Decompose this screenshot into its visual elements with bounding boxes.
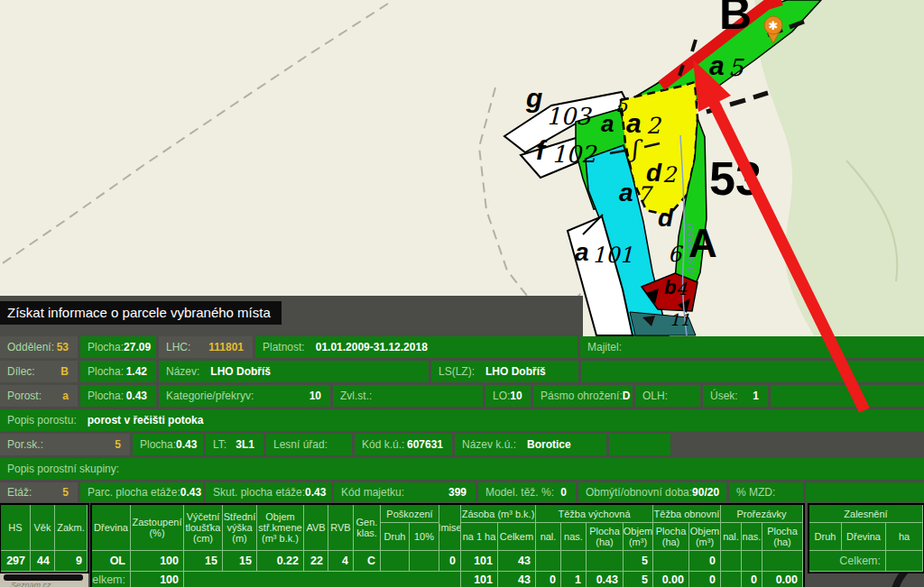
table-cell: OL	[92, 551, 131, 572]
table-cell: 0	[689, 572, 721, 587]
table-cell: 0	[439, 551, 461, 572]
table-cell: 44	[31, 551, 55, 572]
table-cell: 43	[498, 572, 536, 587]
field-popis-ps: Popis porostní skupiny:	[0, 458, 924, 480]
map-label-b4-num: 4	[676, 280, 687, 298]
table-cell: 5	[624, 551, 653, 572]
tooltip: Získat informace o parcele vybraného mís…	[0, 301, 282, 325]
col-header-to-plocha: Plocha(ha)	[653, 523, 689, 551]
col-header-z-ha: ha	[886, 523, 923, 551]
col-header-z-druh: Druh	[809, 523, 842, 551]
map-label-g: g	[526, 85, 542, 112]
map-label-a2-letter: a	[626, 110, 642, 137]
table-cell	[886, 551, 923, 572]
col-header-10pct: 10%	[410, 523, 439, 551]
cadastral-line	[0, 4, 388, 265]
app-window: Drhovský p. ✱ B 53 A g 103 f 1	[0, 0, 924, 587]
table-cell	[587, 551, 624, 572]
table-cell: 297	[1, 551, 31, 572]
table-cell	[653, 551, 689, 572]
col-header-drevina: Dřevina	[92, 505, 131, 551]
col-header-gen-klas: Gen.klas.	[354, 505, 381, 551]
background-page-text: Seznam.cz	[11, 581, 51, 587]
table-cell: 5	[624, 572, 653, 587]
field-parc-plocha: Parc. plocha etáže:0.43	[80, 482, 203, 502]
field-plocha-porsk: Plocha:0.43	[133, 434, 203, 455]
col-header-druh: Druh	[381, 523, 410, 551]
table-cell: 0.22	[257, 551, 304, 572]
col-header-zastoupeni: Zastoupení(%)	[131, 505, 184, 551]
group-header-tezba-vychovna: Těžba výchovná	[536, 505, 653, 523]
field-plocha-oddeleni: Plocha:27.09	[80, 336, 156, 358]
field-plocha-porost: Plocha:0.43	[80, 385, 156, 407]
field-mzd: % MZD:	[729, 482, 803, 502]
col-header-tv-nal: nal.	[536, 523, 561, 551]
col-header-tv-objem: Objem(m³)	[624, 523, 653, 551]
table-cell: C	[354, 551, 381, 572]
field-empty-r5	[609, 434, 670, 455]
map-label-11: 11	[670, 312, 690, 328]
table-total-label: Celkem:	[809, 551, 886, 572]
table-cell	[536, 551, 561, 572]
field-popis-porostu: Popis porostu:porost v řečišti potoka	[0, 409, 924, 431]
table-cell	[381, 551, 410, 572]
map-label-d: d	[658, 206, 673, 231]
table-cell	[410, 551, 439, 572]
table-cell: 4	[328, 551, 354, 572]
field-kod-majetku: Kód majetku:399	[334, 482, 476, 502]
background-page-bar	[4, 574, 83, 581]
map-drawing: Drhovský p. ✱	[0, 0, 924, 336]
field-empty-r2	[581, 361, 924, 382]
col-header-tv-nas: nas.	[561, 523, 587, 551]
field-nazev: Název:LHO Dobříš	[159, 361, 429, 382]
table-cell: 100	[131, 551, 184, 572]
group-header-poskozeni: Poškození	[381, 505, 439, 523]
map-label-d2-num: 2	[662, 164, 676, 186]
table-cell: 0	[536, 572, 561, 587]
map-label-a2-num: 2	[646, 115, 661, 137]
field-usek: Úsek:1	[703, 385, 768, 407]
table-cell: 101	[461, 551, 498, 572]
field-lt: LT:3L1	[206, 434, 263, 455]
table-cell: 100	[131, 572, 184, 587]
field-majitel: Majitel:	[580, 336, 924, 358]
table-cell	[742, 551, 762, 572]
group-header-tezba-obnovni: Těžba obnovní	[653, 505, 721, 523]
table-cell: 0.43	[587, 572, 624, 587]
table-cell: 9	[55, 551, 88, 572]
field-nazev-ku: Název k.ú.:Borotice	[455, 434, 606, 455]
group-header-zasoba: Zásoba (m³ b.k.)	[461, 505, 536, 523]
field-porost: Porost:a	[0, 385, 78, 407]
col-header-z-drevina: Dřevina	[842, 523, 886, 551]
field-lo: LO:10	[485, 385, 531, 407]
table-cell	[721, 572, 742, 587]
col-header-na1ha: na 1 ha	[461, 523, 498, 551]
col-header-zakm: Zakm.	[55, 505, 88, 551]
col-header-avb: AVB	[304, 505, 328, 551]
map-canvas[interactable]: Drhovský p. ✱ B 53 A g 103 f 1	[0, 0, 924, 336]
field-pasmo: Pásmo ohrožení:D	[533, 385, 633, 407]
table-total-label: Celkem:	[92, 572, 131, 587]
field-etaz: Etáž:5	[0, 482, 78, 502]
field-zvlst: Zvl.st.:	[333, 385, 483, 407]
field-oddeleni: Oddělení:53	[0, 336, 78, 358]
col-header-hs: HS	[1, 505, 31, 551]
svg-text:✱: ✱	[769, 19, 779, 32]
field-empty-r7	[806, 482, 924, 502]
map-label-a5-letter: a	[709, 52, 725, 79]
field-skut-plocha: Skut. plocha etáže:0.43	[206, 482, 331, 502]
field-platnost: Platnost:01.01.2009-31.12.2018	[255, 336, 578, 358]
field-plocha-dilec: Plocha:1.42	[80, 361, 156, 382]
table-cell: 0	[689, 551, 721, 572]
map-label-103: 103	[546, 105, 591, 128]
field-empty-r3	[771, 385, 924, 407]
table-cell: 101	[461, 572, 498, 587]
field-olh: OLH:	[635, 385, 700, 407]
table-cell	[762, 551, 803, 572]
map-label-B: B	[719, 0, 752, 36]
field-lslz: LS(LZ):LHO Dobříš	[431, 361, 578, 382]
col-header-rvb: RVB	[328, 505, 354, 551]
field-lhc: LHC:111801	[159, 336, 253, 358]
field-obmyti: Obmýtí/obnovní doba:90/20	[578, 482, 726, 502]
table-left-block: HS Věk Zakm. 297 44 9	[0, 504, 88, 573]
